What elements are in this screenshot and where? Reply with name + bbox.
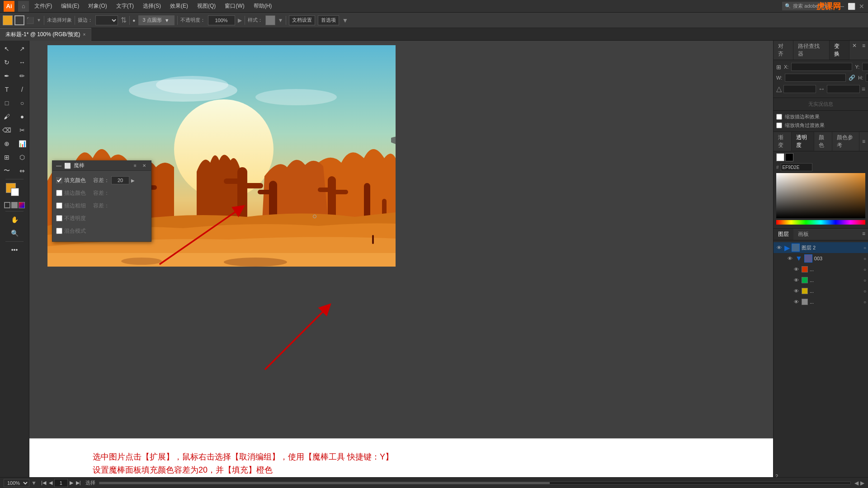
stroke-width-checkbox[interactable] [56,202,62,209]
pen-tool[interactable]: ✒ [0,70,14,82]
panel-expand-icon[interactable]: ≡ [859,41,868,60]
more-tools[interactable]: ••• [7,244,22,256]
angle-input[interactable] [783,85,816,93]
scale-corners-checkbox[interactable] [776,122,782,128]
blend-mode-checkbox[interactable] [56,228,62,234]
preferences-arrow[interactable]: ▼ [342,17,348,24]
close-btn[interactable]: ✕ [859,3,864,10]
menu-edit[interactable]: 编辑(E) [57,1,83,11]
swap-icon[interactable]: ⇅ [121,16,127,24]
menu-help[interactable]: 帮助(H) [250,1,276,11]
width-tool[interactable]: ⇔ [15,164,29,177]
stroke-color-checkbox[interactable] [56,190,62,196]
color-gradient-picker[interactable] [776,173,865,218]
sublayer-gray[interactable]: 👁 ... ○ [774,296,868,307]
fill-tolerance-input[interactable] [111,176,129,184]
rectangle-tool[interactable]: □ [0,97,14,109]
gradient-box[interactable] [19,202,25,208]
h-input[interactable] [866,74,868,82]
layer003-expand-btn[interactable]: ▼ [795,254,802,263]
mesh-tool[interactable]: ⊞ [0,151,14,164]
reflect-tool[interactable]: ↔ [15,56,29,69]
tab-align[interactable]: 对齐 [774,41,793,60]
layer003-vis-btn[interactable]: 👁 [786,255,793,262]
panel-close-btn[interactable]: ✕ [141,163,147,169]
menu-object[interactable]: 对象(O) [85,1,110,11]
style-swatch[interactable] [265,15,275,25]
black-swatch[interactable] [785,153,793,161]
sublayer-green[interactable]: 👁 ... ○ [774,275,868,286]
stroke-color-swatch[interactable] [14,15,24,25]
eraser-tool[interactable]: ⌫ [0,124,14,136]
opacity-checkbox[interactable] [56,215,62,221]
warp-tool[interactable]: 〜 [0,164,14,177]
foreground-color[interactable] [6,183,16,193]
tab-color[interactable]: 颜色 [814,132,832,151]
canvas-area[interactable]: — ⬜ 魔棒 ≡ ✕ 填充颜色 容差： ▶ 描边颜色 [29,41,773,488]
white-swatch[interactable] [776,153,784,161]
panel-options-icon[interactable]: ✕ [849,41,859,60]
doc-settings-btn[interactable]: 文档设置 [289,15,315,25]
preferences-btn[interactable]: 首选项 [318,15,339,25]
last-page-btn[interactable]: ▶| [75,480,82,486]
gray-fill-box[interactable] [11,202,18,208]
next-page-btn[interactable]: ▶ [69,480,74,486]
tab-artboard[interactable]: 画板 [793,229,813,240]
panel-maximize-btn[interactable]: ⬜ [64,163,71,169]
paintbrush-tool[interactable]: 🖌 [0,110,14,123]
sublayer-green-vis[interactable]: 👁 [793,277,800,284]
shape-builder-tool[interactable]: ⊕ [0,137,14,150]
layers-panel-menu[interactable]: ≡ [859,229,868,240]
panel-minimize-btn[interactable]: — [56,163,61,169]
menu-type[interactable]: 文字(T) [113,1,137,11]
hand-tool[interactable]: ✋ [7,213,22,226]
sublayer-gray-vis[interactable]: 👁 [793,298,800,305]
perspective-tool[interactable]: ⬡ [15,151,29,164]
no-fill-box[interactable] [4,202,10,208]
point-style-box[interactable]: 3 点圆形 ▼ [138,15,175,25]
color-panel-menu[interactable]: ≡ [859,136,868,146]
menu-select[interactable]: 选择(S) [139,1,165,11]
direct-selection-tool[interactable]: ↗ [15,42,29,55]
menu-window[interactable]: 窗口(W) [221,1,248,11]
scissors-tool[interactable]: ✂ [15,124,29,136]
link-icon[interactable]: 🔗 [849,75,855,81]
fill-tolerance-increase[interactable]: ▶ [131,178,135,183]
ellipse-tool[interactable]: ○ [15,97,29,109]
tab-color-reference[interactable]: 颜色参考 [832,132,859,151]
scale-strokes-checkbox[interactable] [776,114,782,120]
prev-page-btn[interactable]: ◀ [48,480,53,486]
layer2-expand-btn[interactable]: ▶ [784,244,790,252]
pencil-tool[interactable]: ✏ [15,70,29,82]
layer-item-003[interactable]: 👁 ▼ 003 ○ [774,253,868,264]
restore-btn[interactable]: ⬜ [848,3,855,10]
panel-menu-btn[interactable]: ≡ [132,163,138,169]
y-input[interactable] [862,63,868,71]
menu-file[interactable]: 文件(F) [31,1,56,11]
stroke-options-icon[interactable]: ⬛ [26,17,34,24]
fill-color-checkbox[interactable] [56,177,62,183]
tab-transparency[interactable]: 透明度 [792,132,814,151]
hex-input[interactable]: EF9D2E [781,163,812,171]
tab-close-btn[interactable]: × [83,32,86,37]
layer-item-2[interactable]: 👁 ▶ 图层 2 ○ [774,242,868,253]
w-input[interactable] [785,74,846,82]
zoom-dropdown-arrow[interactable]: ▼ [31,480,37,486]
fill-color-swatch[interactable] [3,15,13,25]
zoom-tool[interactable]: 🔍 [7,227,22,239]
tab-transform[interactable]: 变换 [830,41,849,60]
selection-tool[interactable]: ↖ [0,42,14,55]
active-tab[interactable]: 未标题-1* @ 100% (RGB/预览) × [0,28,91,41]
page-input[interactable] [54,479,68,487]
sublayer-yellow-vis[interactable]: 👁 [793,287,800,295]
scroll-right-btn[interactable]: ▶ [860,480,864,486]
chart-tool[interactable]: 📊 [15,137,29,150]
line-tool[interactable]: / [15,83,29,96]
opacity-input[interactable] [208,15,235,25]
rotate-tool[interactable]: ↻ [0,56,14,69]
scroll-left-btn[interactable]: ◀ [854,480,859,486]
sublayer-yellow[interactable]: 👁 ... ○ [774,286,868,296]
blob-brush-tool[interactable]: ● [15,110,29,123]
x-input[interactable] [791,63,852,71]
stroke-select[interactable] [95,15,118,25]
